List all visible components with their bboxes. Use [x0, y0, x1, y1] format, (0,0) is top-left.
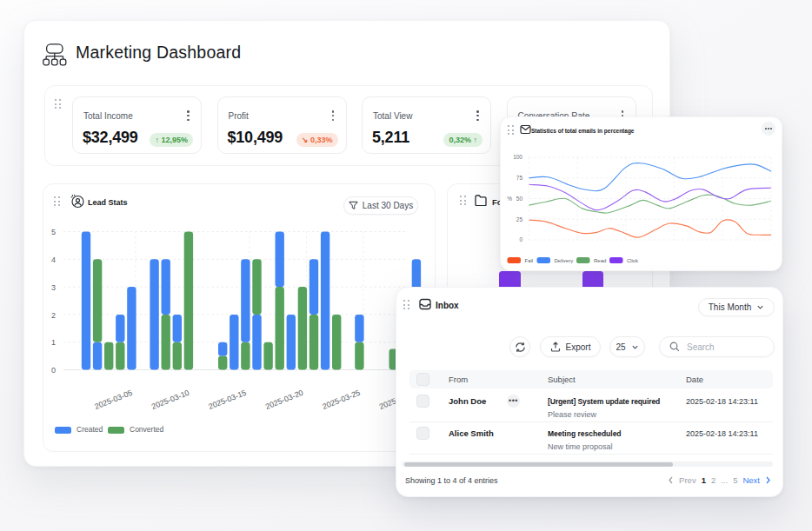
svg-text:25: 25	[516, 216, 523, 222]
svg-text:2025-03-20: 2025-03-20	[264, 388, 304, 412]
svg-text:2025-03-15: 2025-03-15	[207, 388, 247, 412]
svg-text:0: 0	[51, 366, 56, 375]
svg-text:2: 2	[51, 311, 56, 320]
svg-text:1: 1	[51, 338, 56, 347]
svg-text:100: 100	[513, 154, 522, 160]
svg-text:Fail: Fail	[525, 258, 534, 263]
svg-text:Read: Read	[594, 258, 606, 263]
svg-text:Delivery: Delivery	[555, 258, 574, 263]
svg-text:75: 75	[516, 175, 523, 181]
svg-text:4: 4	[51, 256, 56, 264]
svg-text:5: 5	[51, 228, 56, 236]
svg-text:3: 3	[51, 283, 56, 292]
svg-text:2025-03-05: 2025-03-05	[93, 388, 133, 412]
svg-text:2025-03-10: 2025-03-10	[150, 388, 190, 412]
svg-text:0: 0	[519, 236, 522, 242]
svg-text:Click: Click	[627, 258, 639, 263]
svg-text:50: 50	[516, 196, 523, 202]
svg-text:%: %	[507, 196, 512, 202]
svg-text:2025-03-25: 2025-03-25	[321, 388, 361, 412]
